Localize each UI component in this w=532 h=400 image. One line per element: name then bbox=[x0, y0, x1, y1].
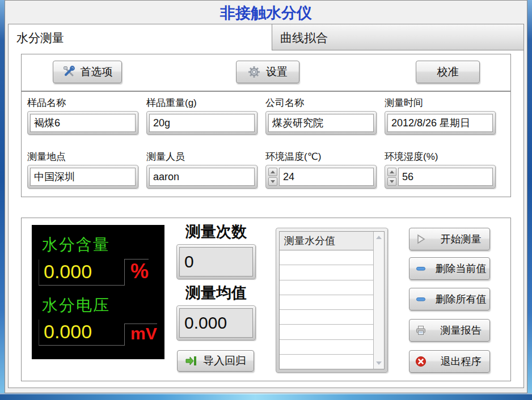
field-company-name: 公司名称 bbox=[265, 96, 377, 135]
moisture-content-label: 水分含量 bbox=[42, 234, 164, 256]
field-ambient-humidity: 环境湿度(%) bbox=[385, 150, 496, 189]
list-item[interactable] bbox=[280, 265, 373, 280]
import-icon bbox=[185, 355, 197, 367]
application-window: 非接触水分仪 水分测量 曲线拟合 首选项 bbox=[5, 0, 527, 393]
scroll-down-button[interactable] bbox=[374, 359, 384, 368]
measure-average-label: 测量均值 bbox=[174, 283, 259, 303]
moisture-voltage-label: 水分电压 bbox=[42, 295, 164, 316]
list-item[interactable] bbox=[280, 355, 373, 369]
field-label: 环境温度(℃) bbox=[265, 150, 377, 165]
import-regression-button[interactable]: 导入回归 bbox=[177, 350, 254, 372]
ambient-temperature-input[interactable] bbox=[279, 168, 374, 186]
stepper-down-button[interactable] bbox=[387, 177, 396, 186]
lcd-display: 水分含量 0.000 % 水分电压 0.000 mV bbox=[32, 225, 164, 359]
delete-all-button[interactable]: 删除所有值 bbox=[409, 288, 490, 310]
moisture-list-body: 测量水分值 bbox=[280, 232, 373, 369]
moisture-voltage-row: 0.000 mV bbox=[39, 320, 164, 346]
window-border-left bbox=[0, 0, 5, 400]
delete-current-label: 删除当前值 bbox=[432, 262, 489, 275]
delete-current-button[interactable]: 删除当前值 bbox=[409, 257, 490, 280]
toolbar-group: 首选项 设置 校准 bbox=[21, 54, 511, 91]
field-label: 测量时间 bbox=[385, 96, 496, 111]
field-measure-location: 测量地点 bbox=[27, 150, 138, 189]
preferences-button[interactable]: 首选项 bbox=[53, 61, 122, 83]
field-measure-time: 测量时间 bbox=[385, 96, 496, 135]
exit-program-button[interactable]: 退出程序 bbox=[409, 350, 490, 373]
text-field-frame bbox=[146, 165, 257, 189]
calibrate-label: 校准 bbox=[437, 65, 459, 79]
stepper-up-button[interactable] bbox=[387, 168, 396, 176]
chevron-down-icon bbox=[271, 180, 275, 183]
list-item[interactable] bbox=[280, 280, 373, 295]
text-field-frame bbox=[265, 111, 377, 135]
delete-all-label: 删除所有值 bbox=[432, 292, 489, 306]
moisture-content-unit: % bbox=[124, 259, 149, 286]
text-field-frame bbox=[385, 111, 496, 135]
moisture-list-header: 测量水分值 bbox=[280, 232, 373, 250]
measure-count-label: 测量次数 bbox=[174, 222, 259, 242]
sample-weight-input[interactable] bbox=[149, 114, 255, 132]
measure-report-label: 测量报告 bbox=[432, 324, 489, 337]
list-item[interactable] bbox=[280, 310, 373, 325]
window-border-right bbox=[527, 0, 532, 400]
temperature-stepper bbox=[268, 168, 277, 186]
measurement-group: 水分含量 0.000 % 水分电压 0.000 mV 测量次数 0 测量均值 bbox=[21, 218, 511, 381]
field-label: 环境湿度(%) bbox=[385, 150, 496, 165]
field-label: 测量人员 bbox=[146, 150, 257, 165]
list-item[interactable] bbox=[280, 250, 373, 265]
moisture-list-frame: 测量水分值 bbox=[276, 228, 388, 373]
field-label: 样品重量(g) bbox=[146, 96, 257, 111]
scroll-up-button[interactable] bbox=[374, 233, 384, 242]
operator-input[interactable] bbox=[149, 168, 255, 186]
settings-button[interactable]: 设置 bbox=[236, 61, 299, 83]
settings-label: 设置 bbox=[266, 65, 288, 79]
start-measure-label: 开始测量 bbox=[432, 232, 489, 246]
gear-icon bbox=[248, 66, 260, 78]
minus-icon bbox=[415, 293, 427, 305]
tab-strip: 水分测量 曲线拟合 bbox=[9, 24, 523, 50]
tab-curve-fitting[interactable]: 曲线拟合 bbox=[272, 24, 523, 50]
list-item[interactable] bbox=[280, 325, 373, 339]
moisture-content-value: 0.000 bbox=[39, 259, 124, 286]
exit-program-label: 退出程序 bbox=[432, 355, 489, 368]
play-icon bbox=[415, 233, 427, 245]
measure-location-input[interactable] bbox=[30, 168, 136, 186]
moisture-voltage-value: 0.000 bbox=[39, 320, 124, 346]
list-item[interactable] bbox=[280, 340, 373, 355]
moisture-content-row: 0.000 % bbox=[39, 259, 164, 286]
list-item[interactable] bbox=[280, 295, 373, 310]
moisture-listbox: 测量水分值 bbox=[279, 231, 385, 369]
company-name-input[interactable] bbox=[268, 114, 374, 132]
tab-page-moisture-measurement: 水分测量 曲线拟合 首选项 bbox=[8, 24, 524, 388]
exit-icon bbox=[415, 356, 427, 367]
calibrate-button[interactable]: 校准 bbox=[416, 61, 480, 83]
stepper-down-button[interactable] bbox=[268, 177, 277, 186]
field-label: 测量地点 bbox=[27, 150, 138, 165]
minus-icon bbox=[415, 263, 427, 274]
field-label: 公司名称 bbox=[265, 96, 377, 111]
measure-time-input[interactable] bbox=[387, 114, 493, 132]
field-sample-weight: 样品重量(g) bbox=[146, 96, 257, 135]
field-operator: 测量人员 bbox=[146, 150, 257, 189]
sample-name-input[interactable] bbox=[30, 114, 136, 132]
spinner-field-frame bbox=[385, 165, 496, 189]
scroll-down-icon bbox=[376, 361, 382, 365]
printer-icon bbox=[415, 325, 427, 336]
list-scrollbar[interactable] bbox=[373, 232, 384, 369]
ambient-humidity-input[interactable] bbox=[398, 168, 493, 186]
spinner-field-frame bbox=[265, 165, 377, 189]
stats-column: 测量次数 0 测量均值 0.000 bbox=[174, 218, 259, 341]
chevron-up-icon bbox=[390, 171, 394, 173]
sample-info-group: 样品名称 样品重量(g) 公司名称 测量时间 bbox=[21, 91, 511, 197]
measure-average-indicator: 0.000 bbox=[176, 305, 256, 341]
page-title: 非接触水分仪 bbox=[5, 1, 527, 23]
tab-moisture-measurement[interactable]: 水分测量 bbox=[9, 24, 272, 50]
moisture-voltage-unit: mV bbox=[124, 324, 157, 346]
scroll-up-icon bbox=[376, 236, 382, 239]
stepper-up-button[interactable] bbox=[268, 168, 277, 176]
measure-count-indicator: 0 bbox=[176, 244, 256, 279]
start-measure-button[interactable]: 开始测量 bbox=[409, 228, 490, 250]
measure-report-button[interactable]: 测量报告 bbox=[409, 319, 490, 342]
tools-icon bbox=[62, 66, 75, 78]
window-border-bottom bbox=[0, 393, 532, 400]
